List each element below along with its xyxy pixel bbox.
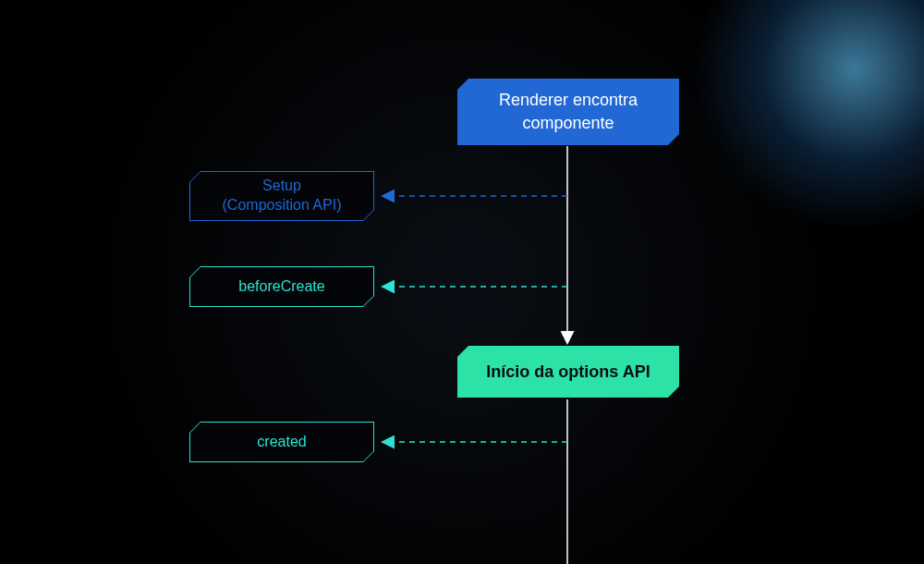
- node-created-label: created: [257, 434, 306, 450]
- node-options-api-label: Início da options API: [486, 362, 650, 382]
- diagram-connectors: [0, 0, 924, 564]
- node-options-api: Início da options API: [457, 346, 679, 398]
- node-before-create: beforeCreate: [189, 266, 374, 307]
- node-renderer-label: Renderer encontra componente: [499, 89, 638, 135]
- node-created: created: [189, 422, 374, 462]
- node-renderer: Renderer encontra componente: [457, 79, 679, 145]
- node-setup-label: Setup (Composition API): [223, 177, 342, 215]
- node-setup: Setup (Composition API): [189, 171, 374, 221]
- node-before-create-label: beforeCreate: [238, 278, 324, 295]
